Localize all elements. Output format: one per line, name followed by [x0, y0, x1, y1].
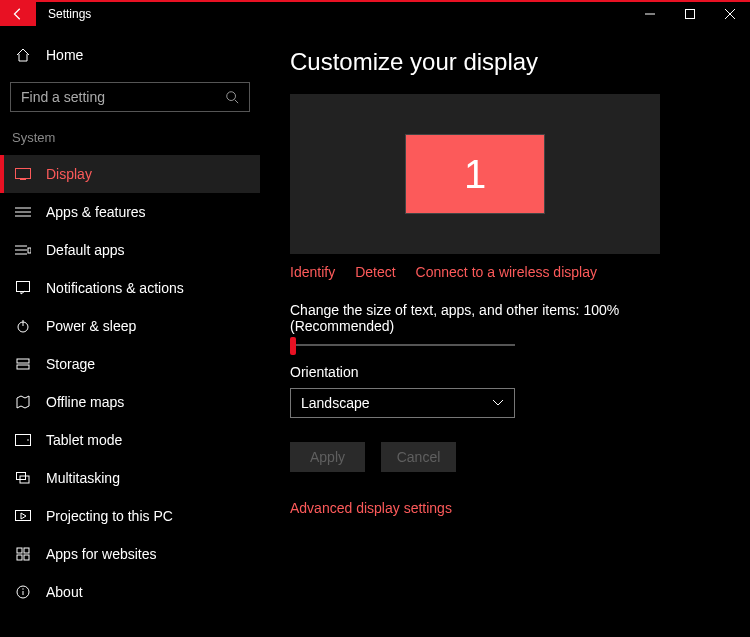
orientation-dropdown[interactable]: Landscape	[290, 388, 515, 418]
sidebar-item-default-apps[interactable]: Default apps	[0, 231, 260, 269]
power-icon	[14, 317, 32, 335]
search-icon	[225, 90, 239, 104]
projecting-icon	[14, 507, 32, 525]
sidebar-item-display[interactable]: Display	[0, 155, 260, 193]
detect-link[interactable]: Detect	[355, 264, 395, 280]
section-label: System	[0, 126, 260, 155]
about-icon	[14, 583, 32, 601]
sidebar-item-label: Projecting to this PC	[46, 508, 173, 524]
orientation-value: Landscape	[301, 395, 370, 411]
maximize-button[interactable]	[670, 2, 710, 26]
home-label: Home	[46, 47, 83, 63]
display-icon	[14, 165, 32, 183]
search-placeholder: Find a setting	[21, 89, 225, 105]
svg-rect-25	[17, 548, 22, 553]
close-button[interactable]	[710, 2, 750, 26]
advanced-display-link[interactable]: Advanced display settings	[290, 500, 720, 516]
page-title: Customize your display	[290, 48, 720, 76]
cancel-button[interactable]: Cancel	[381, 442, 456, 472]
monitor-1[interactable]: 1	[405, 134, 545, 214]
back-button[interactable]	[0, 2, 36, 26]
svg-rect-18	[17, 359, 29, 363]
titlebar: Settings	[0, 0, 750, 26]
connect-wireless-link[interactable]: Connect to a wireless display	[416, 264, 597, 280]
svg-point-21	[27, 439, 29, 441]
default-apps-icon	[14, 241, 32, 259]
close-icon	[725, 9, 735, 19]
svg-rect-6	[16, 169, 31, 179]
svg-rect-28	[24, 555, 29, 560]
sidebar-item-label: Default apps	[46, 242, 125, 258]
sidebar-item-label: Apps & features	[46, 204, 146, 220]
sidebar-item-multitasking[interactable]: Multitasking	[0, 459, 260, 497]
identify-link[interactable]: Identify	[290, 264, 335, 280]
sidebar-item-label: Storage	[46, 356, 95, 372]
minimize-icon	[645, 9, 655, 19]
svg-rect-26	[24, 548, 29, 553]
minimize-button[interactable]	[630, 2, 670, 26]
sidebar-item-label: Display	[46, 166, 92, 182]
sidebar-item-projecting[interactable]: Projecting to this PC	[0, 497, 260, 535]
apps-websites-icon	[14, 545, 32, 563]
sidebar-item-label: Apps for websites	[46, 546, 157, 562]
sidebar-item-label: Multitasking	[46, 470, 120, 486]
sidebar-item-tablet-mode[interactable]: Tablet mode	[0, 421, 260, 459]
tablet-icon	[14, 431, 32, 449]
window-controls	[630, 2, 750, 26]
main-content: Customize your display 1 Identify Detect…	[260, 26, 750, 637]
chevron-down-icon	[492, 399, 504, 407]
display-preview[interactable]: 1	[290, 94, 660, 254]
window-title: Settings	[36, 2, 630, 26]
svg-rect-27	[17, 555, 22, 560]
svg-rect-1	[686, 10, 695, 19]
sidebar-item-offline-maps[interactable]: Offline maps	[0, 383, 260, 421]
svg-rect-15	[17, 282, 30, 292]
sidebar-item-storage[interactable]: Storage	[0, 345, 260, 383]
sidebar-item-label: About	[46, 584, 83, 600]
apps-features-icon	[14, 203, 32, 221]
svg-rect-19	[17, 365, 29, 369]
sidebar-item-apps-websites[interactable]: Apps for websites	[0, 535, 260, 573]
sidebar-item-label: Tablet mode	[46, 432, 122, 448]
apply-button[interactable]: Apply	[290, 442, 365, 472]
svg-point-4	[227, 92, 236, 101]
notifications-icon	[14, 279, 32, 297]
svg-point-31	[22, 588, 23, 589]
search-input[interactable]: Find a setting	[10, 82, 250, 112]
multitasking-icon	[14, 469, 32, 487]
svg-rect-24	[16, 511, 31, 521]
sidebar-item-apps-features[interactable]: Apps & features	[0, 193, 260, 231]
sidebar-item-power-sleep[interactable]: Power & sleep	[0, 307, 260, 345]
arrow-left-icon	[11, 7, 25, 21]
sidebar-item-label: Power & sleep	[46, 318, 136, 334]
sidebar: Home Find a setting System Display Apps …	[0, 26, 260, 637]
storage-icon	[14, 355, 32, 373]
orientation-label: Orientation	[290, 364, 720, 380]
svg-line-5	[235, 100, 239, 104]
scale-label: Change the size of text, apps, and other…	[290, 302, 720, 334]
sidebar-item-notifications[interactable]: Notifications & actions	[0, 269, 260, 307]
svg-rect-14	[28, 248, 31, 253]
home-link[interactable]: Home	[0, 36, 260, 74]
scale-slider[interactable]	[290, 344, 515, 346]
sidebar-item-label: Offline maps	[46, 394, 124, 410]
home-icon	[14, 46, 32, 64]
maximize-icon	[685, 9, 695, 19]
maps-icon	[14, 393, 32, 411]
sidebar-item-about[interactable]: About	[0, 573, 260, 611]
sidebar-item-label: Notifications & actions	[46, 280, 184, 296]
slider-thumb[interactable]	[290, 337, 296, 355]
